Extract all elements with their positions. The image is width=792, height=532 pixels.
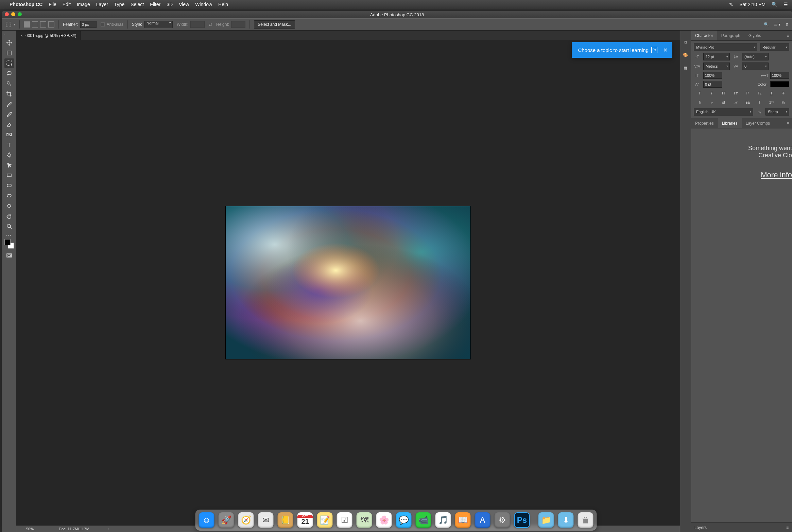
rectangle-shape-tool[interactable] (4, 171, 14, 180)
subscript-button[interactable]: T₁ (756, 91, 763, 95)
dock-trash[interactable]: 🗑 (578, 512, 593, 528)
strikethrough-button[interactable]: T (780, 91, 787, 95)
menubar-list-icon[interactable]: ☰ (784, 2, 788, 7)
font-family-select[interactable]: Myriad Pro▾ (694, 43, 757, 51)
close-window-button[interactable] (5, 12, 9, 16)
dock-facetime[interactable]: 📹 (416, 512, 431, 528)
dock-finder[interactable]: ☺ (199, 512, 214, 528)
menu-help[interactable]: Help (218, 2, 228, 7)
search-icon[interactable]: 🔍 (764, 22, 769, 27)
crop-tool[interactable] (4, 89, 14, 99)
pen-tool[interactable] (4, 150, 14, 160)
path-select-tool[interactable] (4, 160, 14, 170)
dock-calendar[interactable]: OCT21 (297, 512, 313, 528)
color-swatches[interactable] (4, 239, 14, 249)
menu-file[interactable]: File (49, 2, 56, 7)
tab-glyphs[interactable]: Glyphs (744, 31, 765, 40)
menu-layer[interactable]: Layer (96, 2, 108, 7)
layers-menu-icon[interactable]: ≡ (786, 525, 789, 530)
app-menu[interactable]: Photoshop CC (10, 2, 42, 7)
color-panel-icon[interactable]: 🎨 (682, 52, 689, 58)
tracking-select[interactable]: 0▾ (742, 63, 769, 70)
eyedropper-tool[interactable] (4, 99, 14, 109)
tool-more-icon[interactable]: ••• (6, 233, 12, 237)
hand-tool[interactable] (4, 211, 14, 221)
dock-photos[interactable]: 🌸 (376, 512, 392, 528)
lasso-tool[interactable] (4, 69, 14, 78)
dock-safari[interactable]: 🧭 (238, 512, 254, 528)
tab-paragraph[interactable]: Paragraph (717, 31, 744, 40)
leading-select[interactable]: (Auto)▾ (742, 53, 769, 60)
stylistic-alt-button[interactable]: a̅a (744, 100, 751, 105)
layers-panel-header[interactable]: Layers ≡ (691, 522, 792, 532)
menu-select[interactable]: Select (131, 2, 144, 7)
tool-preset-picker[interactable]: ▾ (5, 21, 15, 28)
dock-notes[interactable]: 📝 (317, 512, 333, 528)
canvas[interactable]: Choose a topic to start learning Ps ✕ (16, 40, 680, 525)
zoom-level[interactable]: 50% (16, 527, 44, 531)
document-tab[interactable]: × 00015.jpg @ 50% (RGB/8#) (16, 31, 81, 40)
hscale-input[interactable] (770, 72, 789, 79)
menu-type[interactable]: Type (114, 2, 124, 7)
swatches-panel-icon[interactable]: ▦ (682, 65, 689, 71)
zoom-window-button[interactable] (18, 12, 22, 16)
move-tool[interactable] (4, 38, 14, 48)
dock-messages[interactable]: 💬 (396, 512, 412, 528)
dock-reminders[interactable]: ☑ (337, 512, 352, 528)
dock-apps-folder[interactable]: 📁 (538, 512, 554, 528)
kerning-select[interactable]: Metrics▾ (703, 63, 730, 70)
libraries-menu-icon[interactable]: ≡ (784, 121, 792, 126)
custom-shape-tool[interactable] (4, 201, 14, 211)
ligatures-button[interactable]: fi (696, 100, 703, 105)
selection-mode-icons[interactable] (24, 21, 54, 28)
rounded-rect-tool[interactable] (4, 181, 14, 190)
tools-expand-icon[interactable]: » (3, 33, 5, 36)
menu-window[interactable]: Window (195, 2, 212, 7)
close-tooltip-button[interactable]: ✕ (663, 47, 668, 53)
close-tab-icon[interactable]: × (20, 33, 23, 38)
language-select[interactable]: English: UK▾ (694, 108, 753, 116)
foreground-color-swatch[interactable] (4, 239, 11, 245)
discretionary-button[interactable]: st (720, 100, 727, 105)
menubar-extra-icon[interactable]: ✎ (729, 2, 733, 7)
ordinals-button[interactable]: 1ˢᵗ (768, 100, 775, 105)
smallcaps-button[interactable]: Tᴛ (732, 91, 739, 95)
menu-view[interactable]: View (179, 2, 189, 7)
vscale-input[interactable] (703, 72, 722, 79)
type-tool[interactable] (4, 140, 14, 149)
libraries-more-info-link[interactable]: More info (691, 171, 792, 179)
menu-edit[interactable]: Edit (63, 2, 71, 7)
dock-downloads[interactable]: ⬇ (558, 512, 574, 528)
dock-appstore[interactable]: A (475, 512, 490, 528)
workspace-switcher-icon[interactable]: ▭ ▾ (774, 22, 780, 27)
ellipse-tool[interactable] (4, 191, 14, 200)
allcaps-button[interactable]: TT (720, 91, 727, 95)
dock-launchpad[interactable]: 🚀 (219, 512, 234, 528)
marquee-tool[interactable] (4, 58, 14, 68)
brush-tool[interactable] (4, 109, 14, 119)
screen-mode-tool[interactable] (4, 251, 14, 260)
tab-layer-comps[interactable]: Layer Comps (742, 118, 774, 128)
bold-button[interactable]: T (696, 91, 703, 95)
dock-contacts[interactable]: 📒 (278, 512, 293, 528)
dock-mail[interactable]: ✉ (258, 512, 274, 528)
minimize-window-button[interactable] (11, 12, 15, 16)
eraser-tool[interactable] (4, 120, 14, 129)
contextual-alt-button[interactable]: 𝑜 (708, 100, 715, 105)
zoom-tool[interactable] (4, 221, 14, 231)
titling-button[interactable]: T (756, 100, 763, 105)
spotlight-icon[interactable]: 🔍 (772, 2, 777, 7)
menu-image[interactable]: Image (77, 2, 90, 7)
dock-photoshop[interactable]: Ps (514, 512, 530, 528)
dock-ibooks[interactable]: 📖 (455, 512, 471, 528)
antialias-select[interactable]: Sharp▾ (765, 108, 789, 116)
dock-preferences[interactable]: ⚙ (495, 512, 510, 528)
tab-properties[interactable]: Properties (691, 118, 718, 128)
text-color-swatch[interactable] (770, 81, 789, 87)
artboard-tool[interactable] (4, 48, 14, 58)
font-style-select[interactable]: Regular▾ (760, 43, 789, 51)
swash-button[interactable]: 𝒜 (732, 100, 739, 105)
select-and-mask-button[interactable]: Select and Mask... (254, 20, 295, 29)
baseline-input[interactable] (703, 81, 722, 88)
superscript-button[interactable]: T¹ (744, 91, 751, 95)
